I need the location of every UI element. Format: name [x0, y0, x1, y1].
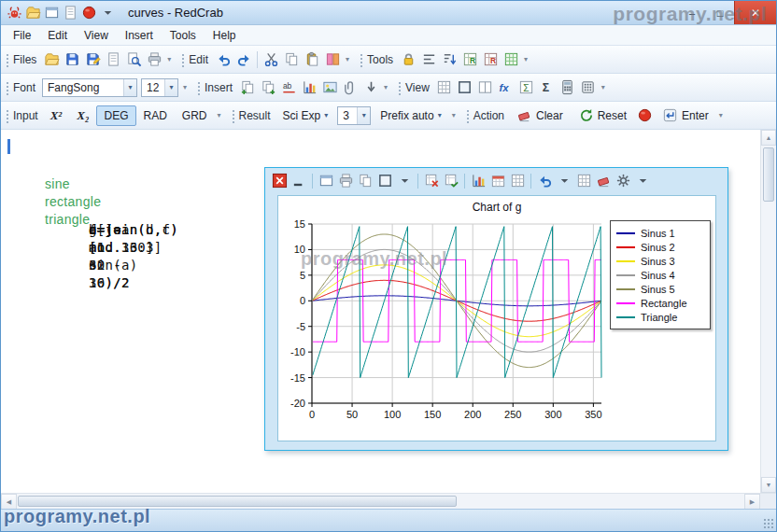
split-view-icon[interactable]	[475, 77, 496, 98]
attachment-icon[interactable]	[340, 77, 360, 98]
insert-page-after-icon[interactable]	[258, 77, 278, 98]
close-button[interactable]: ✕	[734, 1, 776, 24]
scroll-right-arrow[interactable]: ▶	[744, 494, 760, 510]
open-file-icon[interactable]	[41, 49, 62, 70]
menu-edit[interactable]: Edit	[39, 27, 76, 44]
record-button[interactable]	[634, 105, 655, 126]
scroll-down-arrow[interactable]: ▼	[761, 477, 776, 493]
chart-copy-icon[interactable]	[356, 172, 374, 190]
grd-button[interactable]: GRD	[175, 105, 215, 126]
title-bar[interactable]: curves - RedCrab – □ ✕ programy.net.pl	[1, 1, 776, 25]
chart-zoom-menu-icon[interactable]	[555, 172, 573, 190]
enter-button[interactable]: Enter	[655, 105, 716, 126]
print-icon[interactable]	[144, 49, 164, 70]
maximize-button[interactable]: □	[706, 1, 734, 24]
sigma-icon[interactable]: Σ	[537, 77, 558, 98]
chart-table-icon[interactable]	[574, 172, 593, 190]
group-overflow-arrow[interactable]: ▾	[218, 111, 221, 119]
quickaccess-menu-icon[interactable]	[99, 4, 117, 21]
chart-export-table-icon[interactable]	[442, 172, 460, 190]
group-overflow-arrow[interactable]: ▾	[452, 111, 456, 119]
group-drag-handle[interactable]	[397, 80, 402, 95]
sort-icon[interactable]	[439, 49, 459, 70]
save-as-icon[interactable]	[82, 49, 103, 70]
quick-open-icon[interactable]	[24, 4, 42, 21]
group-overflow-arrow[interactable]: ▾	[524, 55, 528, 63]
quick-record-icon[interactable]	[80, 4, 98, 21]
paste-icon[interactable]	[302, 49, 322, 70]
align-icon[interactable]	[418, 49, 439, 70]
digits-combo[interactable]: 3▾	[337, 106, 371, 125]
menu-view[interactable]: View	[76, 27, 117, 44]
calculator-icon[interactable]	[558, 77, 578, 98]
vertical-scroll-thumb[interactable]	[763, 147, 774, 202]
vertical-scrollbar[interactable]: ▲ ▼	[760, 130, 776, 493]
page-setup-icon[interactable]	[103, 49, 123, 70]
formula-view-icon[interactable]: fx	[496, 77, 516, 98]
horizontal-scroll-track[interactable]	[17, 494, 744, 509]
app-icon[interactable]	[6, 4, 23, 21]
chart-undo-icon[interactable]	[535, 172, 554, 190]
chart-export-close-icon[interactable]	[422, 172, 441, 190]
chart-close-icon[interactable]	[270, 172, 289, 190]
menu-help[interactable]: Help	[205, 27, 245, 44]
grid-view-icon[interactable]	[434, 77, 455, 98]
scroll-left-arrow[interactable]: ◀	[1, 494, 17, 510]
group-drag-handle[interactable]	[359, 52, 363, 67]
chart-settings-icon[interactable]	[614, 172, 632, 190]
group-drag-handle[interactable]	[5, 108, 9, 123]
font-name-combo[interactable]: FangSong▾	[42, 78, 137, 97]
group-drag-handle[interactable]	[180, 52, 185, 67]
save-icon[interactable]	[62, 49, 82, 70]
insert-chart-icon[interactable]	[299, 77, 319, 98]
pin-icon[interactable]	[360, 77, 381, 98]
keypad-icon[interactable]	[578, 77, 599, 98]
chart-options-menu-icon[interactable]	[633, 172, 652, 190]
cut-icon[interactable]	[261, 49, 281, 70]
prefix-button[interactable]: Prefix auto▾	[373, 105, 448, 126]
font-size-combo[interactable]: 12▾	[141, 78, 178, 97]
chart-type-icon[interactable]	[469, 172, 487, 190]
sci-exp-button[interactable]: Sci Exp▾	[275, 105, 336, 126]
chart-data-sheet-icon[interactable]	[488, 172, 507, 190]
lock-icon[interactable]	[398, 49, 418, 70]
quick-window-icon[interactable]	[43, 4, 61, 21]
horizontal-scrollbar[interactable]: ◀ ▶	[1, 493, 776, 509]
group-overflow-arrow[interactable]: ▾	[601, 83, 605, 91]
menu-file[interactable]: File	[5, 27, 39, 44]
horizontal-scroll-thumb[interactable]	[18, 496, 457, 507]
clear-button[interactable]: Clear	[509, 105, 571, 126]
insert-formula-icon[interactable]: R	[480, 49, 501, 70]
selection-icon[interactable]	[322, 49, 343, 70]
group-drag-handle[interactable]	[231, 108, 235, 123]
chart-style-menu-icon[interactable]	[395, 172, 414, 190]
scroll-up-arrow[interactable]: ▲	[761, 130, 776, 146]
group-drag-handle[interactable]	[465, 108, 470, 123]
group-overflow-arrow[interactable]: ▾	[183, 83, 187, 91]
chart-frame-icon[interactable]	[375, 172, 394, 190]
menu-tools[interactable]: Tools	[162, 27, 205, 44]
minimize-button[interactable]: –	[678, 1, 706, 24]
insert-image-icon[interactable]	[319, 77, 340, 98]
rad-button[interactable]: RAD	[136, 105, 175, 126]
superscript-button[interactable]: X²	[43, 105, 70, 126]
menu-insert[interactable]: Insert	[117, 27, 162, 44]
subscript-button[interactable]: X₂	[69, 105, 96, 126]
quick-page-icon[interactable]	[62, 4, 79, 21]
chart-print-icon[interactable]	[336, 172, 355, 190]
chart-window-icon[interactable]	[317, 172, 335, 190]
chart-clear-icon[interactable]	[594, 172, 613, 190]
frame-view-icon[interactable]	[455, 77, 475, 98]
print-preview-icon[interactable]	[123, 49, 144, 70]
group-overflow-arrow[interactable]: ▾	[719, 111, 723, 119]
insert-table-icon[interactable]	[501, 49, 521, 70]
copy-icon[interactable]	[281, 49, 302, 70]
text-block-icon[interactable]: ab	[278, 77, 299, 98]
editor-canvas[interactable]: a=[1..360] sineb[]=[1..13:3] sin(a) rect…	[1, 130, 776, 493]
chart-grid-icon[interactable]	[508, 172, 527, 190]
chart-window[interactable]: Chart of g 050100150200250300350151050-5…	[264, 167, 728, 451]
sum-table-icon[interactable]: Σ	[516, 77, 537, 98]
group-drag-handle[interactable]	[196, 80, 201, 95]
deg-button[interactable]: DEG	[96, 105, 135, 126]
group-overflow-arrow[interactable]: ▾	[167, 55, 171, 63]
